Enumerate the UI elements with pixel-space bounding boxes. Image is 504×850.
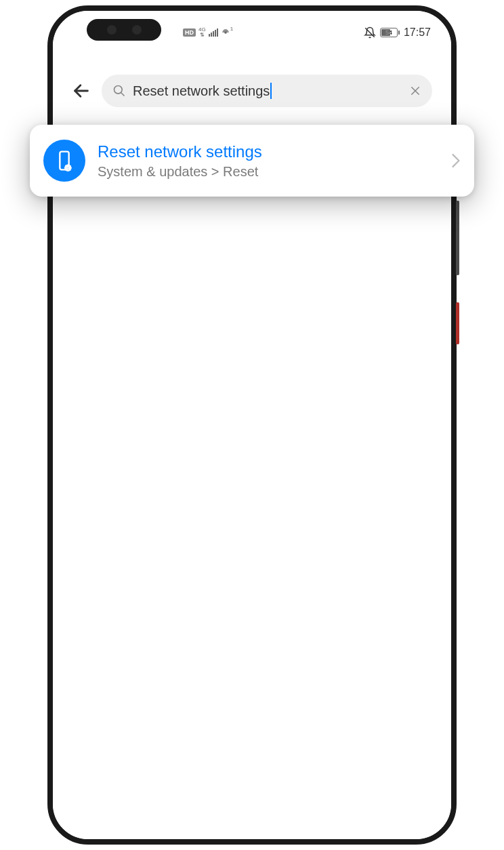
result-breadcrumb: System & updates > Reset bbox=[98, 164, 439, 180]
svg-point-3 bbox=[114, 86, 123, 94]
mute-icon bbox=[364, 26, 376, 39]
signal-icon bbox=[209, 28, 218, 37]
back-icon[interactable] bbox=[72, 81, 91, 100]
hd-badge: HD bbox=[183, 28, 196, 37]
clock: 17:57 bbox=[404, 26, 431, 39]
search-header: Reset network settings bbox=[53, 72, 451, 110]
search-result-item[interactable]: Reset network settings System & updates … bbox=[30, 125, 474, 197]
status-bar: HD 4G ⇅ 1 bbox=[53, 23, 451, 42]
battery-icon: 54 bbox=[380, 28, 400, 37]
status-right: 54 17:57 bbox=[364, 26, 431, 39]
result-text: Reset network settings System & updates … bbox=[98, 142, 439, 180]
result-title: Reset network settings bbox=[98, 142, 439, 161]
device-settings-icon bbox=[43, 140, 85, 182]
hotspot-icon bbox=[221, 28, 230, 37]
svg-point-0 bbox=[225, 32, 226, 33]
search-icon bbox=[112, 84, 126, 98]
text-cursor bbox=[270, 83, 272, 99]
battery-percent: 54 bbox=[385, 29, 392, 36]
search-input[interactable]: Reset network settings bbox=[102, 75, 432, 107]
search-query-text: Reset network settings bbox=[133, 83, 402, 99]
phone-frame: HD 4G ⇅ 1 bbox=[47, 5, 457, 845]
status-left: HD 4G ⇅ 1 bbox=[183, 27, 233, 38]
svg-line-4 bbox=[121, 93, 125, 96]
chevron-right-icon bbox=[451, 154, 461, 167]
power-button[interactable] bbox=[456, 302, 459, 344]
volume-button[interactable] bbox=[456, 201, 459, 275]
clear-icon[interactable] bbox=[409, 85, 421, 97]
hotspot-count: 1 bbox=[230, 26, 233, 32]
screen: HD 4G ⇅ 1 bbox=[53, 11, 451, 839]
